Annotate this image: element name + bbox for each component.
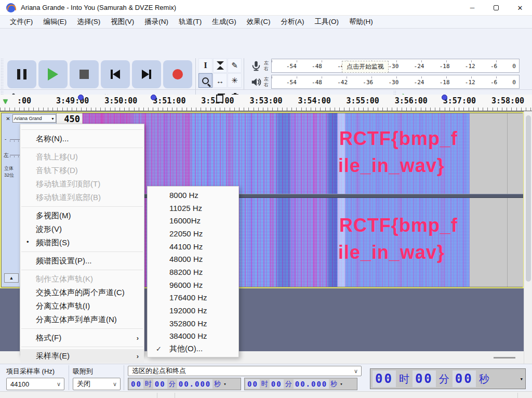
sample-rate-menu-item[interactable]: 192000 Hz: [148, 304, 238, 317]
clip-tail-divider: [507, 113, 508, 287]
menubar-item[interactable]: 轨道(T): [174, 16, 206, 28]
record-volume-thumb[interactable]: [78, 95, 84, 100]
context-menu-item[interactable]: 分离立体声到单声道(N): [20, 313, 144, 326]
project-rate-select[interactable]: 44100∨: [6, 378, 64, 390]
audio-position-display[interactable]: 00时 00分 00秒 ▾: [370, 368, 526, 389]
playback-meter[interactable]: 左 右 -54-48-42-36-30-24-18-12-60: [245, 74, 524, 90]
spectrogram-flag-text-line2: ile_in_wav}: [338, 242, 445, 263]
context-menu-item[interactable]: 分离立体声轨(I): [20, 299, 144, 313]
scale-number: -24: [414, 63, 424, 70]
multi-tool-button[interactable]: ✳: [228, 73, 242, 88]
vertical-scrollbar[interactable]: [524, 111, 532, 364]
pause-button[interactable]: [7, 60, 36, 88]
record-button[interactable]: [163, 60, 192, 88]
time-format-dropdown-icon[interactable]: ▾: [223, 381, 226, 387]
menubar-item[interactable]: 文件(F): [5, 16, 37, 28]
sample-rate-menu-item[interactable]: 22050 Hz: [148, 227, 238, 240]
minimize-button[interactable]: ─: [460, 0, 484, 16]
hours-value[interactable]: 00: [129, 379, 143, 389]
sample-rate-menu-item[interactable]: 11025 Hz: [148, 202, 238, 215]
menubar-item[interactable]: 生成(G): [207, 16, 241, 28]
menubar-item[interactable]: 选择(S): [72, 16, 105, 28]
context-menu-item[interactable]: 波形(V): [20, 222, 144, 236]
menubar-item[interactable]: 播录(N): [140, 16, 173, 28]
context-menu-item[interactable]: 频谱图设置(P)...: [20, 254, 144, 268]
sample-rate-menu-item[interactable]: 其他(O)...: [148, 342, 238, 355]
monitor-tooltip[interactable]: 点击开始监视: [342, 61, 389, 73]
close-button[interactable]: ✕: [508, 0, 532, 16]
context-menu-item[interactable]: 采样率(E): [20, 349, 144, 363]
context-menu-item[interactable]: 多视图(M): [20, 209, 144, 222]
time-shift-tool-button[interactable]: ↔: [213, 73, 227, 88]
recording-meter-scale: -54-48-42-36-30-24-18-12-60: [286, 63, 516, 70]
context-menu-item[interactable]: 交换立体声的两个声道(C): [20, 286, 144, 299]
sample-rate-menu-item[interactable]: 88200 Hz: [148, 266, 238, 278]
track-collapse-button[interactable]: ▲: [4, 273, 19, 283]
seconds-value[interactable]: 00: [453, 370, 476, 387]
hours-value[interactable]: 00: [246, 379, 260, 389]
minutes-value[interactable]: 00: [153, 379, 167, 389]
draw-tool-button[interactable]: ✎: [228, 58, 242, 73]
timeline-label: 3:56:00: [387, 96, 435, 107]
menubar-item[interactable]: 效果(C): [242, 16, 275, 28]
scale-number: -24: [414, 79, 424, 86]
envelope-tool-button[interactable]: [213, 58, 227, 73]
pause-icon: [17, 69, 26, 79]
sample-rate-menu-item[interactable]: 16000Hz: [148, 214, 238, 227]
sample-rate-menu-item[interactable]: 176400 Hz: [148, 291, 238, 304]
selection-end-time[interactable]: 00时 00分 00.000秒 ▾: [244, 378, 357, 390]
horizontal-scrollbar-thumb[interactable]: [494, 357, 515, 359]
play-speed-thumb[interactable]: [442, 95, 447, 100]
snap-to-select[interactable]: 关闭∨: [73, 378, 121, 390]
close-icon: ✕: [517, 4, 523, 12]
recording-meter-bar[interactable]: -54-48-42-36-30-24-18-12-60 点击开始监视: [271, 59, 520, 73]
menu-item-label: 采样率(E): [36, 351, 70, 361]
seconds-value[interactable]: 00.000: [177, 379, 213, 389]
scale-number: 0: [512, 79, 516, 86]
sample-rate-menu-item[interactable]: 352800 Hz: [148, 317, 238, 330]
seconds-value[interactable]: 00.000: [294, 379, 329, 389]
playback-meter-bar[interactable]: -54-48-42-36-30-24-18-12-60: [271, 75, 520, 89]
play-button[interactable]: [38, 60, 68, 88]
track-close-button[interactable]: ✕: [4, 115, 12, 123]
menubar-item[interactable]: 分析(A): [276, 16, 309, 28]
sample-rate-menu-item[interactable]: 8000 Hz: [148, 189, 238, 202]
context-menu-item[interactable]: 名称(N)...: [20, 132, 144, 145]
selection-tool-button[interactable]: I: [198, 58, 212, 73]
selection-mode-select[interactable]: 选区的起点和终点∨: [128, 366, 362, 376]
sample-rate-menu-item[interactable]: 384000 Hz: [148, 330, 238, 343]
hours-value[interactable]: 00: [373, 370, 396, 387]
hours-unit: 时: [145, 379, 152, 389]
menu-item-label: 移动轨道到底部(B): [36, 193, 101, 203]
menu-item-label: 频谱图(S): [36, 238, 70, 248]
track-name-dropdown[interactable]: Ariana Grand▼: [12, 114, 56, 123]
meter-right-label: 右: [264, 82, 269, 87]
time-format-dropdown-icon[interactable]: ▾: [520, 376, 523, 382]
menubar-item[interactable]: 编辑(E): [38, 16, 71, 28]
menu-item-label: 波形(V): [36, 224, 62, 234]
vertical-scrollbar-thumb[interactable]: [526, 115, 531, 282]
skip-to-start-button[interactable]: [101, 60, 130, 88]
minutes-value[interactable]: 00: [413, 370, 436, 387]
maximize-button[interactable]: [484, 0, 508, 16]
selection-tool-icon: I: [204, 60, 207, 71]
sample-rate-menu-item[interactable]: 96000 Hz: [148, 278, 238, 291]
context-menu-item[interactable]: 格式(F): [20, 331, 144, 344]
menubar-item[interactable]: 视图(V): [106, 16, 139, 28]
scale-number: -54: [286, 63, 297, 70]
context-menu-item[interactable]: 频谱图(S): [20, 236, 144, 249]
recording-meter[interactable]: 左 右 -54-48-42-36-30-24-18-12-60 点击开始监视: [245, 58, 524, 74]
menubar-item[interactable]: 工具(O): [310, 16, 344, 28]
menu-item-label: 16000Hz: [169, 216, 201, 225]
selection-start-time[interactable]: 00时 00分 00.000秒 ▾: [128, 378, 241, 390]
sample-rate-menu-item[interactable]: 44100 Hz: [148, 240, 238, 253]
menubar-item[interactable]: 帮助(H): [344, 16, 378, 28]
play-volume-thumb[interactable]: [151, 95, 156, 100]
sample-rate-menu-item[interactable]: 48000 Hz: [148, 253, 238, 266]
time-format-dropdown-icon[interactable]: ▾: [340, 381, 342, 387]
skip-to-end-button[interactable]: [132, 60, 161, 88]
stop-button[interactable]: [70, 60, 99, 88]
transport-toolbar-grip[interactable]: [1, 59, 4, 89]
minutes-value[interactable]: 00: [270, 379, 284, 389]
zoom-tool-button[interactable]: [198, 73, 212, 88]
